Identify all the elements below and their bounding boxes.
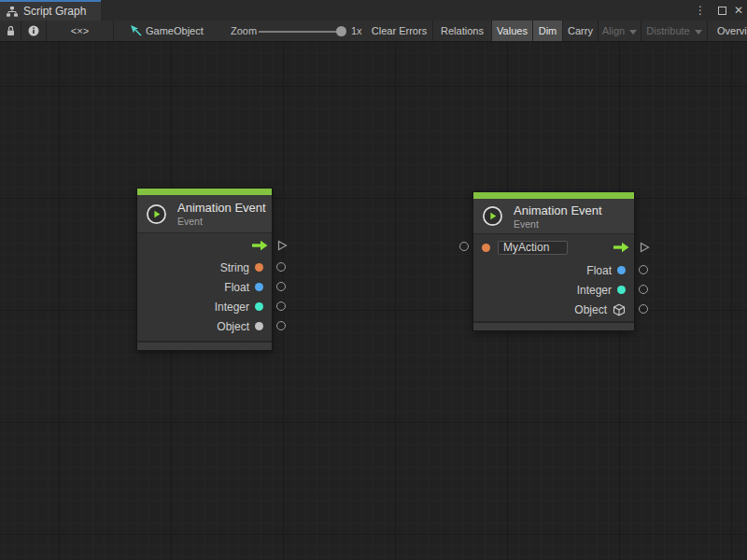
gameobject-icon <box>130 24 143 37</box>
output-port-float[interactable] <box>276 282 286 291</box>
values-button[interactable]: Values <box>492 21 533 41</box>
zoom-slider-knob[interactable] <box>336 26 346 36</box>
output-port-object[interactable] <box>276 321 286 330</box>
unity-script-graph-window: Script Graph ⋮ ✕ <×> GameObject <box>0 0 747 560</box>
node-body: String Float Integer Object <box>137 232 272 343</box>
output-row-float: Float <box>137 277 272 297</box>
window-menu-icon[interactable]: ⋮ <box>695 0 706 21</box>
control-output-port[interactable] <box>639 242 650 253</box>
event-name-input[interactable]: MyAction <box>498 241 568 255</box>
graph-toolbar: <×> GameObject Zoom 1x Clear Errors Rela… <box>0 21 747 42</box>
event-play-icon <box>146 203 167 225</box>
info-button[interactable] <box>21 21 47 41</box>
output-label: Object <box>574 303 607 316</box>
type-dot-float <box>255 283 263 291</box>
lock-button[interactable] <box>0 21 21 41</box>
node-title: Animation Event <box>514 203 602 217</box>
node-footer <box>473 323 634 330</box>
output-row-object: Object <box>473 300 634 319</box>
output-label: Object <box>217 320 249 333</box>
lock-icon <box>6 25 16 36</box>
info-icon <box>28 25 39 36</box>
output-row-integer: Integer <box>473 280 634 300</box>
name-input-port[interactable] <box>459 242 469 251</box>
node-title: Animation Event <box>177 201 266 215</box>
type-dot-object <box>255 322 263 330</box>
tab-script-graph[interactable]: Script Graph <box>0 0 101 21</box>
node-body: MyAction Float Integer <box>473 233 634 323</box>
carry-button[interactable]: Carry <box>563 21 599 41</box>
node-animation-event-1[interactable]: Animation Event Event String <box>136 188 273 351</box>
name-input-row: MyAction <box>473 234 634 260</box>
cube-icon <box>613 303 626 316</box>
control-output-row <box>137 233 272 258</box>
code-view-button[interactable]: <×> <box>47 21 114 41</box>
output-port-float[interactable] <box>639 265 648 274</box>
event-play-icon <box>482 205 503 227</box>
zoom-value: 1x <box>351 21 362 41</box>
overview-button[interactable]: Overview <box>708 21 747 41</box>
zoom-label: Zoom <box>231 21 257 41</box>
tab-bar: Script Graph ⋮ ✕ <box>0 0 747 21</box>
tab-title: Script Graph <box>23 5 86 18</box>
relations-button[interactable]: Relations <box>433 21 492 41</box>
type-dot-integer <box>617 286 626 294</box>
window-close-icon[interactable]: ✕ <box>734 0 743 21</box>
type-dot-integer <box>255 302 263 311</box>
output-port-integer[interactable] <box>276 301 286 311</box>
chevron-down-icon <box>629 30 637 35</box>
window-maximize-icon[interactable] <box>718 0 726 21</box>
output-port-integer[interactable] <box>639 285 648 294</box>
output-port-string[interactable] <box>276 262 286 272</box>
control-output-port[interactable] <box>276 240 288 251</box>
code-icon: <×> <box>71 25 89 36</box>
output-label: Integer <box>215 301 249 314</box>
node-subtitle: Event <box>514 218 602 230</box>
script-graph-icon <box>6 6 19 18</box>
node-accent-bar <box>137 189 272 195</box>
clear-errors-button[interactable]: Clear Errors <box>366 21 433 41</box>
output-port-object[interactable] <box>639 304 648 314</box>
type-dot-string <box>482 244 490 252</box>
output-row-object: Object <box>137 316 272 336</box>
type-dot-float <box>617 266 626 274</box>
node-footer <box>137 343 272 350</box>
distribute-button[interactable]: Distribute <box>641 21 708 41</box>
graph-canvas[interactable]: Animation Event Event String <box>0 42 747 560</box>
zoom-slider-track[interactable] <box>259 31 343 33</box>
output-label: Float <box>224 281 249 294</box>
chevron-down-icon <box>695 30 702 35</box>
distribute-label: Distribute <box>646 25 689 36</box>
node-header[interactable]: Animation Event Event <box>137 195 272 232</box>
node-subtitle: Event <box>177 216 266 227</box>
type-dot-string <box>255 263 263 272</box>
dim-button[interactable]: Dim <box>533 21 563 41</box>
node-animation-event-2[interactable]: Animation Event Event MyAction <box>472 191 635 331</box>
output-label: String <box>220 261 249 274</box>
output-row-float: Float <box>473 260 634 280</box>
graph-owner-label[interactable]: GameObject <box>146 21 204 41</box>
output-row-integer: Integer <box>137 297 272 316</box>
output-label: Integer <box>577 284 612 297</box>
node-accent-bar <box>473 192 634 199</box>
output-label: Float <box>586 264 612 277</box>
control-flow-arrow-icon <box>613 242 629 253</box>
output-row-string: String <box>137 258 272 277</box>
node-header[interactable]: Animation Event Event <box>473 199 634 233</box>
align-label: Align <box>602 25 625 36</box>
align-button[interactable]: Align <box>599 21 641 41</box>
control-flow-arrow-icon <box>251 240 268 251</box>
